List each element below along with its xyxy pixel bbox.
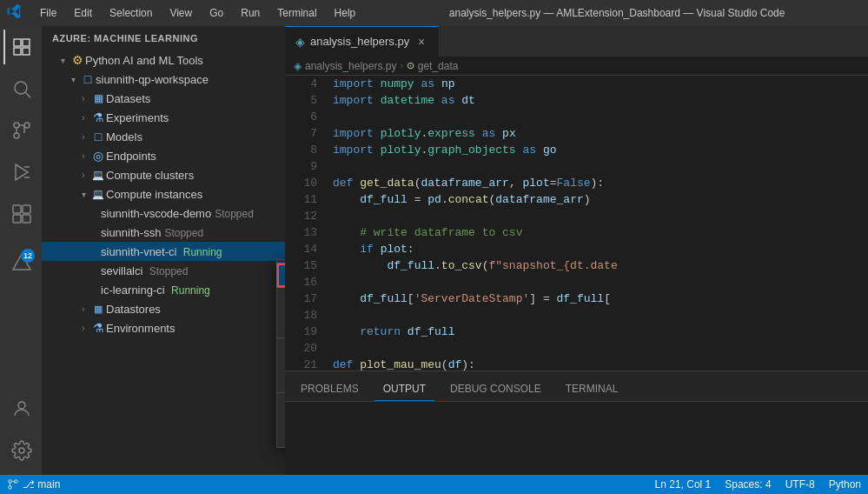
models-label: Models [106,130,142,144]
panel-tab-debug-console[interactable]: DEBUG CONSOLE [441,377,550,401]
breadcrumb-func[interactable]: get_data [418,60,459,72]
activity-icon-settings[interactable] [3,433,38,468]
ssh-label: siunnith-sshStopped [101,226,203,239]
sidebar-item-compute-instances[interactable]: ▾ 💻 Compute instances [42,184,285,204]
menu-terminal[interactable]: Terminal [270,5,323,21]
code-line-18 [333,307,868,324]
code-line-14: if plot: [333,241,868,257]
language-mode[interactable]: Python [829,478,861,491]
sidebar-item-compute-clusters[interactable]: › 💻 Compute clusters [42,165,285,184]
activity-icon-explorer[interactable] [3,30,38,64]
sidebar-item-models[interactable]: › □ Models [42,127,285,146]
status-bar: ⎇ main Ln 21, Col 1 Spaces: 4 UTF-8 Pyth… [0,475,868,494]
context-menu-item-ssh[interactable]: Copy SSH connection command [277,397,285,420]
experiments-label: Experiments [106,111,169,124]
panel-tab-bar: PROBLEMS OUTPUT DEBUG CONSOLE TERMINAL [285,371,868,402]
context-menu-item-connect[interactable]: Connect to Compute Instance [277,264,285,287]
editor-tab-analysis[interactable]: ◈ analysis_helpers.py × [285,26,439,57]
chevron-right-environments: › [76,324,90,333]
panel-content [285,402,868,475]
activity-icon-azure[interactable]: 12 [3,245,38,280]
menu-edit[interactable]: Edit [67,5,99,21]
breadcrumb: ◈ analysis_helpers.py › ⊙ get_data [285,57,868,76]
branch-name: ⎇ main [23,478,60,491]
datastores-icon: ▦ [90,304,106,315]
cursor-position[interactable]: Ln 21, Col 1 [655,478,712,491]
sidebar-item-python-tools[interactable]: ▾ ⚙ Python AI and ML Tools [42,50,285,70]
code-content[interactable]: import numpy as np import datetime as dt… [324,76,868,370]
menu-view[interactable]: View [162,5,199,21]
endpoints-label: Endpoints [106,150,156,163]
activity-icon-source-control[interactable] [3,113,38,148]
context-menu-item-ip[interactable]: Copy IP address [277,420,285,444]
context-menu-item-stop[interactable]: Stop Compute instance [277,287,285,310]
title-bar: File Edit Selection View Go Run Terminal… [0,0,868,26]
panel-tab-output[interactable]: OUTPUT [374,377,434,401]
code-line-19: return df_full [333,324,868,340]
sidebar-item-vnet-ci[interactable]: siunnith-vnet-ci Running [42,242,285,261]
datastores-label: Datastores [106,303,161,316]
workspace-icon: □ [80,72,96,86]
encoding[interactable]: UTF-8 [785,478,815,491]
sidebar-item-endpoints[interactable]: › ◎ Endpoints [42,146,285,165]
connect-highlight-border: Connect to Compute Instance [277,264,285,287]
chevron-right-icon-models: › [76,132,90,142]
vscode-logo [7,3,23,23]
ic-learning-label: ic-learning-ci Running [101,284,210,297]
menu-run[interactable]: Run [234,5,267,21]
environments-label: Environments [106,322,175,335]
python-tools-label: Python AI and ML Tools [85,54,203,67]
environments-icon: ⚗ [90,321,106,335]
tab-close-button[interactable]: × [414,35,428,49]
code-line-10: def get_data(dataframe_arr, plot=False): [333,175,868,191]
sidebar-item-environments[interactable]: › ⚗ Environments [42,318,285,337]
sidebar-item-sevillalci[interactable]: sevillalci Stopped [42,261,285,280]
workspace-label: siunnith-qp-workspace [96,73,209,86]
svg-rect-11 [13,215,21,223]
git-branch[interactable]: ⎇ main [7,478,60,491]
compute-clusters-icon: 💻 [90,170,106,181]
activity-icon-accounts[interactable] [3,391,38,426]
tab-label: analysis_helpers.py [310,35,409,48]
status-right: Ln 21, Col 1 Spaces: 4 UTF-8 Python [655,478,861,491]
svg-rect-9 [13,205,21,213]
sidebar-title: AZURE: MACHINE LEARNING [42,26,285,50]
context-menu-item-properties[interactable]: View Compute instance Properties [277,365,285,389]
activity-icon-run[interactable] [3,155,38,190]
compute-instances-label: Compute instances [106,188,202,201]
activity-icon-extensions[interactable] [3,197,38,231]
sidebar-item-ic-learning[interactable]: ic-learning-ci Running [42,280,285,299]
sidebar-item-experiments[interactable]: › ⚗ Experiments [42,108,285,127]
sidebar-item-ssh[interactable]: siunnith-sshStopped [42,223,285,242]
menu-file[interactable]: File [33,5,63,21]
menu-help[interactable]: Help [328,5,363,21]
sidebar-item-workspace[interactable]: ▾ □ siunnith-qp-workspace [42,70,285,89]
code-line-15: df_full.to_csv(f"snapshot_{dt.date [333,257,868,274]
sevillalci-label: sevillalci Stopped [101,264,188,277]
chevron-right-icon-endpoints: › [76,151,90,161]
sidebar-item-datastores[interactable]: › ▦ Datastores [42,299,285,318]
chevron-down-icon-workspace: ▾ [66,75,80,84]
context-menu-item-restart[interactable]: Restart Compute instance [277,310,285,334]
menu-selection[interactable]: Selection [103,5,159,21]
vscode-demo-label: siunnith-vscode-demoStopped [101,207,254,220]
breadcrumb-func-icon: ⊙ [407,60,414,71]
svg-point-15 [19,448,24,453]
code-line-11: df_full = pd.concat(dataframe_arr) [333,191,868,208]
breadcrumb-file[interactable]: analysis_helpers.py [305,60,396,72]
datasets-icon: ▦ [90,92,106,104]
endpoints-icon: ◎ [90,149,106,163]
chevron-right-icon-clusters: › [76,170,90,180]
python-tools-icon: ⚙ [70,53,85,67]
sidebar-item-datasets[interactable]: › ▦ Datasets [42,89,285,108]
panel-tab-problems[interactable]: PROBLEMS [292,377,368,401]
activity-icon-search[interactable] [3,71,38,106]
sidebar-item-vscode-demo[interactable]: siunnith-vscode-demoStopped [42,204,285,223]
menu-go[interactable]: Go [202,5,230,21]
indentation[interactable]: Spaces: 4 [725,478,771,491]
code-line-20 [333,340,868,357]
activity-bar: 12 [0,26,42,475]
panel-tab-terminal[interactable]: TERMINAL [557,377,627,401]
context-menu-item-delete[interactable]: Delete Compute instance [277,342,285,365]
svg-point-2 [14,123,19,128]
